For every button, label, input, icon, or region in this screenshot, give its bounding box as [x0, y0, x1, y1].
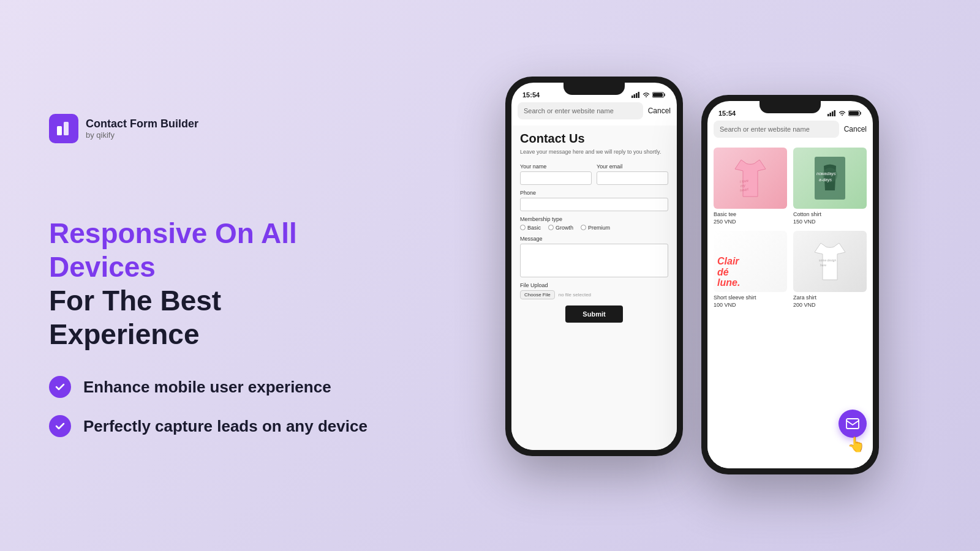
search-bar-1[interactable]: Search or enter website name Cancel: [511, 102, 677, 126]
headline: Responsive On All Devices For The Best E…: [49, 217, 368, 352]
product-name-3: Short sleeve shirt: [714, 294, 787, 301]
svg-rect-3: [634, 94, 636, 98]
product-card-4[interactable]: some design here Zara shirt 200 VND: [793, 231, 867, 308]
product-name-4: Zara shirt: [793, 294, 867, 301]
logo-area: Contact Form Builder by qikify: [49, 114, 368, 143]
svg-rect-5: [638, 92, 640, 98]
svg-text:a-days: a-days: [819, 178, 832, 182]
product-price-3: 100 VND: [714, 302, 787, 308]
email-input[interactable]: [597, 171, 668, 185]
product-card-2[interactable]: nowadays a-days Cotton shirt 150 VND: [793, 148, 867, 225]
battery-icon-2: [848, 110, 862, 116]
message-label: Message: [520, 236, 668, 242]
left-section: Contact Form Builder by qikify Responsiv…: [0, 77, 417, 474]
product-image-4: some design here: [793, 231, 867, 292]
product-price-4: 200 VND: [793, 302, 867, 308]
radio-growth[interactable]: Growth: [548, 225, 573, 231]
svg-text:some design: some design: [819, 258, 837, 262]
cancel-button-2[interactable]: Cancel: [844, 125, 867, 133]
product-image-2: nowadays a-days: [793, 148, 867, 209]
phone-notch-2: [760, 101, 821, 113]
check-icon-2: [49, 415, 71, 437]
file-upload-section: File Upload Choose File no file selected: [520, 282, 668, 299]
svg-rect-23: [846, 419, 859, 429]
product-image-3: Clairdélune.: [714, 231, 787, 292]
clair-text: Clairdélune.: [717, 256, 740, 288]
product-name-2: Cotton shirt: [793, 211, 867, 217]
wifi-icon-2: [839, 110, 846, 116]
radio-basic[interactable]: Basic: [520, 225, 541, 231]
submit-button[interactable]: Submit: [565, 305, 622, 323]
status-time-1: 15:54: [522, 91, 540, 99]
cancel-button-1[interactable]: Cancel: [648, 107, 671, 115]
radio-label-basic: Basic: [527, 225, 541, 231]
choose-file-button[interactable]: Choose File: [520, 290, 555, 299]
fab-email-button[interactable]: [839, 410, 867, 438]
app-by: by qikify: [86, 130, 198, 140]
email-label: Your email: [597, 163, 668, 170]
features-list: Enhance mobile user experience Perfectly…: [49, 376, 368, 437]
check-icon-1: [49, 376, 71, 398]
cursor-hand-icon: 👆: [847, 436, 865, 453]
form-row-name-email: Your name Your email: [520, 163, 668, 185]
search-bar-2[interactable]: Search or enter website name Cancel: [707, 121, 873, 144]
svg-text:nowadays: nowadays: [816, 171, 836, 176]
svg-rect-13: [849, 111, 859, 115]
svg-rect-11: [834, 110, 836, 116]
radio-label-premium: Premium: [588, 225, 610, 231]
phones-section: 15:54: [417, 0, 980, 551]
products-grid: I love my heart Basic tee 250 VND: [714, 148, 867, 308]
file-upload-label: File Upload: [520, 282, 668, 288]
feature-item-2: Perfectly capture leads on any device: [49, 415, 368, 437]
radio-group: Basic Growth Premium: [520, 225, 668, 231]
feature-item-1: Enhance mobile user experience: [49, 376, 368, 398]
form-content: Contact Us Leave your message here and w…: [511, 126, 677, 450]
search-input-2[interactable]: Search or enter website name: [714, 121, 839, 138]
product-image-1: I love my heart: [714, 148, 787, 209]
svg-rect-4: [636, 93, 638, 98]
phone-notch-1: [564, 83, 625, 95]
product-price-2: 150 VND: [793, 219, 867, 225]
no-file-text: no file selected: [559, 292, 591, 298]
svg-rect-9: [830, 113, 832, 116]
feature-text-1: Enhance mobile user experience: [83, 378, 331, 397]
phone-label: Phone: [520, 190, 668, 196]
membership-section: Membership type Basic Growth Premium: [520, 216, 668, 231]
app-name: Contact Form Builder: [86, 118, 198, 130]
svg-rect-2: [631, 96, 633, 98]
form-subtitle: Leave your message here and we will repl…: [520, 148, 668, 156]
product-card-3[interactable]: Clairdélune. Short sleeve shirt 100 VND: [714, 231, 787, 308]
headline-line2: For The Best Experience: [49, 284, 368, 351]
email-field: Your email: [597, 163, 668, 185]
status-right-1: [631, 92, 666, 98]
status-right-2: [827, 110, 862, 116]
svg-rect-1: [64, 122, 69, 135]
phone-mockup-2: 15:54: [701, 95, 879, 474]
name-input[interactable]: [520, 171, 592, 185]
signal-icon-1: [631, 92, 640, 98]
radio-label-growth: Growth: [556, 225, 573, 231]
logo-text-block: Contact Form Builder by qikify: [86, 118, 198, 140]
radio-dot-basic: [520, 225, 526, 230]
status-time-2: 15:54: [718, 110, 736, 117]
radio-dot-growth: [548, 225, 554, 230]
radio-premium[interactable]: Premium: [581, 225, 610, 231]
signal-icon-2: [827, 110, 836, 116]
phone-input[interactable]: [520, 198, 668, 211]
wifi-icon-1: [643, 92, 650, 98]
product-price-1: 250 VND: [714, 219, 787, 225]
name-field: Your name: [520, 163, 592, 185]
feature-text-2: Perfectly capture leads on any device: [83, 417, 368, 436]
logo-icon: [49, 114, 78, 143]
phone-inner-1: 15:54: [511, 83, 677, 450]
file-upload-row: Choose File no file selected: [520, 290, 668, 299]
svg-rect-0: [57, 126, 62, 135]
product-card-1[interactable]: I love my heart Basic tee 250 VND: [714, 148, 787, 225]
radio-dot-premium: [581, 225, 586, 230]
message-textarea[interactable]: [520, 244, 668, 277]
name-label: Your name: [520, 163, 592, 170]
product-name-1: Basic tee: [714, 211, 787, 217]
svg-rect-8: [827, 114, 829, 116]
search-input-1[interactable]: Search or enter website name: [518, 102, 643, 119]
form-title: Contact Us: [520, 132, 668, 146]
